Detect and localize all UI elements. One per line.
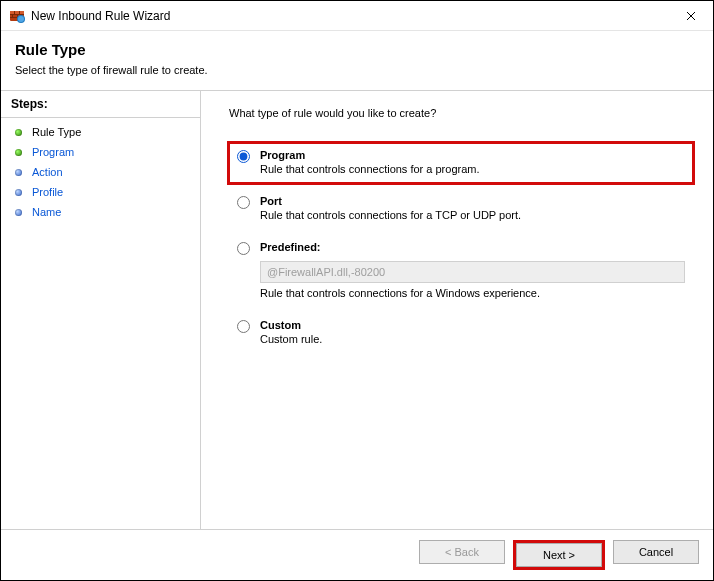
- cancel-button[interactable]: Cancel: [613, 540, 699, 564]
- option-desc: Rule that controls connections for a pro…: [260, 163, 685, 175]
- wizard-header: Rule Type Select the type of firewall ru…: [1, 31, 713, 90]
- step-item-action[interactable]: Action: [1, 162, 200, 182]
- steps-header: Steps:: [1, 91, 200, 118]
- wizard-footer: < Back Next > Cancel: [1, 529, 713, 580]
- firewall-app-icon: [9, 8, 25, 24]
- option-title: Port: [260, 195, 685, 207]
- rule-type-option-custom[interactable]: CustomCustom rule.: [227, 311, 695, 355]
- step-label[interactable]: Action: [32, 166, 63, 178]
- step-label[interactable]: Profile: [32, 186, 63, 198]
- step-bullet-icon: [15, 189, 22, 196]
- step-item-name[interactable]: Name: [1, 202, 200, 222]
- step-bullet-icon: [15, 209, 22, 216]
- rule-type-radio-port[interactable]: [237, 196, 250, 209]
- rule-type-radio-custom[interactable]: [237, 320, 250, 333]
- step-bullet-icon: [15, 169, 22, 176]
- window-title: New Inbound Rule Wizard: [31, 9, 669, 23]
- step-label[interactable]: Program: [32, 146, 74, 158]
- rule-type-prompt: What type of rule would you like to crea…: [229, 107, 695, 119]
- steps-panel: Steps: Rule TypeProgramActionProfileName: [1, 90, 201, 529]
- svg-point-10: [18, 16, 24, 22]
- close-button[interactable]: [669, 1, 713, 31]
- option-desc: Rule that controls connections for a Win…: [260, 287, 685, 299]
- svg-rect-6: [12, 15, 13, 17]
- rule-type-option-predefined[interactable]: Predefined:@FirewallAPI.dll,-80200Rule t…: [227, 233, 695, 309]
- titlebar: New Inbound Rule Wizard: [1, 1, 713, 31]
- svg-rect-5: [19, 11, 20, 14]
- rule-type-option-program[interactable]: ProgramRule that controls connections fo…: [227, 141, 695, 185]
- step-item-rule-type[interactable]: Rule Type: [1, 122, 200, 142]
- rule-type-option-port[interactable]: PortRule that controls connections for a…: [227, 187, 695, 231]
- back-button[interactable]: < Back: [419, 540, 505, 564]
- step-bullet-icon: [15, 129, 22, 136]
- rule-type-radio-program[interactable]: [237, 150, 250, 163]
- next-button[interactable]: Next >: [516, 543, 602, 567]
- option-title: Predefined:: [260, 241, 685, 253]
- svg-rect-1: [10, 11, 24, 14]
- page-subtitle: Select the type of firewall rule to crea…: [15, 64, 699, 76]
- option-desc: Custom rule.: [260, 333, 685, 345]
- step-label[interactable]: Name: [32, 206, 61, 218]
- option-desc: Rule that controls connections for a TCP…: [260, 209, 685, 221]
- rule-type-radio-predefined[interactable]: [237, 242, 250, 255]
- step-item-program[interactable]: Program: [1, 142, 200, 162]
- svg-rect-2: [10, 14, 24, 15]
- option-title: Program: [260, 149, 685, 161]
- main-panel: What type of rule would you like to crea…: [201, 90, 713, 529]
- option-title: Custom: [260, 319, 685, 331]
- page-title: Rule Type: [15, 41, 699, 58]
- step-bullet-icon: [15, 149, 22, 156]
- svg-rect-4: [14, 11, 15, 14]
- predefined-select: @FirewallAPI.dll,-80200: [260, 261, 685, 283]
- step-item-profile[interactable]: Profile: [1, 182, 200, 202]
- step-label[interactable]: Rule Type: [32, 126, 81, 138]
